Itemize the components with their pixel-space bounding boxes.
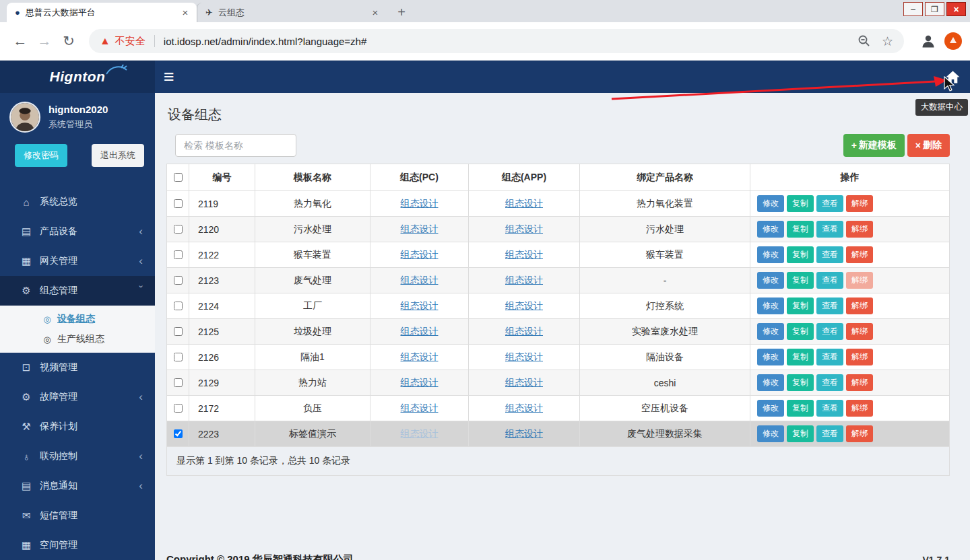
app-config-link[interactable]: 组态设计 bbox=[505, 223, 543, 234]
unbind-button[interactable]: 解绑 bbox=[846, 272, 873, 289]
view-button[interactable]: 查看 bbox=[816, 298, 843, 314]
row-checkbox[interactable] bbox=[174, 429, 183, 438]
row-checkbox[interactable] bbox=[174, 225, 183, 234]
forward-button[interactable]: → bbox=[32, 33, 57, 49]
edit-button[interactable]: 修改 bbox=[757, 298, 784, 314]
edit-button[interactable]: 修改 bbox=[757, 349, 784, 365]
row-checkbox[interactable] bbox=[174, 353, 183, 361]
copy-button[interactable]: 复制 bbox=[787, 298, 814, 314]
pc-config-link[interactable]: 组态设计 bbox=[401, 403, 439, 413]
unbind-button[interactable]: 解绑 bbox=[846, 221, 873, 238]
logout-button[interactable]: 退出系统 bbox=[92, 144, 144, 167]
new-tab-button[interactable]: + bbox=[392, 3, 411, 22]
copy-button[interactable]: 复制 bbox=[787, 195, 814, 212]
unbind-button[interactable]: 解绑 bbox=[846, 349, 873, 365]
pc-config-link[interactable]: 组态设计 bbox=[401, 198, 439, 209]
row-checkbox[interactable] bbox=[174, 404, 183, 413]
copy-button[interactable]: 复制 bbox=[787, 374, 814, 391]
close-button[interactable]: × bbox=[946, 2, 966, 16]
copy-button[interactable]: 复制 bbox=[787, 246, 814, 263]
pc-config-link[interactable]: 组态设计 bbox=[401, 223, 439, 234]
pc-config-link[interactable]: 组态设计 bbox=[401, 428, 439, 439]
edit-button[interactable]: 修改 bbox=[757, 374, 784, 391]
edit-button[interactable]: 修改 bbox=[757, 425, 784, 442]
unbind-button[interactable]: 解绑 bbox=[846, 425, 873, 442]
browser-tab[interactable]: ✈云组态× bbox=[197, 3, 387, 22]
copy-button[interactable]: 复制 bbox=[787, 221, 814, 238]
address-bar[interactable]: ▲ 不安全 iot.idosp.net/admin/index.html?lan… bbox=[89, 29, 904, 53]
view-button[interactable]: 查看 bbox=[816, 246, 843, 263]
sidebar-item-短信管理[interactable]: ✉短信管理 bbox=[0, 501, 155, 530]
copy-button[interactable]: 复制 bbox=[787, 349, 814, 365]
edit-button[interactable]: 修改 bbox=[757, 323, 784, 340]
view-button[interactable]: 查看 bbox=[816, 221, 843, 238]
edit-button[interactable]: 修改 bbox=[757, 272, 784, 289]
restore-button[interactable]: ❐ bbox=[925, 2, 944, 16]
app-config-link[interactable]: 组态设计 bbox=[505, 198, 543, 209]
browser-profile-icon[interactable] bbox=[920, 33, 936, 49]
back-button[interactable]: ← bbox=[8, 33, 32, 49]
user-avatar[interactable] bbox=[9, 102, 40, 133]
app-config-link[interactable]: 组态设计 bbox=[505, 300, 543, 311]
sidebar-subitem-设备组态[interactable]: ◎设备组态 bbox=[0, 309, 155, 329]
change-password-button[interactable]: 修改密码 bbox=[15, 144, 67, 167]
app-config-link[interactable]: 组态设计 bbox=[505, 326, 543, 337]
view-button[interactable]: 查看 bbox=[816, 374, 843, 391]
pc-config-link[interactable]: 组态设计 bbox=[401, 300, 439, 311]
row-checkbox[interactable] bbox=[174, 276, 183, 285]
unbind-button[interactable]: 解绑 bbox=[846, 195, 873, 212]
edit-button[interactable]: 修改 bbox=[757, 195, 784, 212]
new-template-button[interactable]: +新建模板 bbox=[843, 134, 905, 157]
row-checkbox[interactable] bbox=[174, 327, 183, 336]
tab-close-icon[interactable]: × bbox=[369, 7, 381, 19]
app-logo[interactable]: Hignton bbox=[0, 61, 155, 93]
pc-config-link[interactable]: 组态设计 bbox=[401, 275, 439, 285]
unbind-button[interactable]: 解绑 bbox=[846, 323, 873, 340]
edit-button[interactable]: 修改 bbox=[757, 246, 784, 263]
view-button[interactable]: 查看 bbox=[816, 272, 843, 289]
view-button[interactable]: 查看 bbox=[816, 400, 843, 417]
sidebar-item-联动控制[interactable]: ♁联动控制‹ bbox=[0, 442, 155, 471]
unbind-button[interactable]: 解绑 bbox=[846, 246, 873, 263]
row-checkbox[interactable] bbox=[174, 199, 183, 208]
sidebar-item-组态管理[interactable]: ⚙组态管理ˇ bbox=[0, 276, 155, 306]
minimize-button[interactable]: – bbox=[903, 2, 923, 16]
copy-button[interactable]: 复制 bbox=[787, 400, 814, 417]
row-checkbox[interactable] bbox=[174, 378, 183, 387]
edit-button[interactable]: 修改 bbox=[757, 400, 784, 417]
view-button[interactable]: 查看 bbox=[816, 195, 843, 212]
search-input[interactable] bbox=[175, 134, 296, 157]
app-config-link[interactable]: 组态设计 bbox=[505, 275, 543, 285]
view-button[interactable]: 查看 bbox=[816, 425, 843, 442]
sidebar-item-空间管理[interactable]: ▦空间管理 bbox=[0, 530, 155, 560]
sidebar-item-保养计划[interactable]: ⚒保养计划 bbox=[0, 412, 155, 442]
row-checkbox[interactable] bbox=[174, 250, 183, 259]
unbind-button[interactable]: 解绑 bbox=[846, 374, 873, 391]
sidebar-item-消息通知[interactable]: ▤消息通知‹ bbox=[0, 471, 155, 501]
copy-button[interactable]: 复制 bbox=[787, 323, 814, 340]
zoom-out-icon[interactable] bbox=[858, 34, 871, 48]
pc-config-link[interactable]: 组态设计 bbox=[401, 377, 439, 388]
reload-button[interactable]: ↻ bbox=[57, 33, 81, 49]
pc-config-link[interactable]: 组态设计 bbox=[401, 326, 439, 337]
view-button[interactable]: 查看 bbox=[816, 323, 843, 340]
pc-config-link[interactable]: 组态设计 bbox=[401, 351, 439, 362]
home-icon[interactable] bbox=[946, 71, 960, 83]
app-config-link[interactable]: 组态设计 bbox=[505, 403, 543, 413]
copy-button[interactable]: 复制 bbox=[787, 272, 814, 289]
sidebar-item-故障管理[interactable]: ⚙故障管理‹ bbox=[0, 382, 155, 412]
browser-update-icon[interactable] bbox=[944, 32, 962, 50]
tab-close-icon[interactable]: × bbox=[179, 7, 191, 19]
pc-config-link[interactable]: 组态设计 bbox=[401, 249, 439, 260]
unbind-button[interactable]: 解绑 bbox=[846, 298, 873, 314]
bookmark-star-icon[interactable]: ☆ bbox=[882, 34, 893, 49]
delete-button[interactable]: ×删除 bbox=[907, 134, 950, 157]
unbind-button[interactable]: 解绑 bbox=[846, 400, 873, 417]
copy-button[interactable]: 复制 bbox=[787, 425, 814, 442]
select-all-checkbox[interactable] bbox=[174, 173, 183, 182]
app-config-link[interactable]: 组态设计 bbox=[505, 351, 543, 362]
menu-toggle-icon[interactable]: ≡ bbox=[164, 70, 174, 83]
app-config-link[interactable]: 组态设计 bbox=[505, 428, 543, 439]
app-config-link[interactable]: 组态设计 bbox=[505, 377, 543, 388]
sidebar-subitem-生产线组态[interactable]: ◎生产线组态 bbox=[0, 329, 155, 349]
